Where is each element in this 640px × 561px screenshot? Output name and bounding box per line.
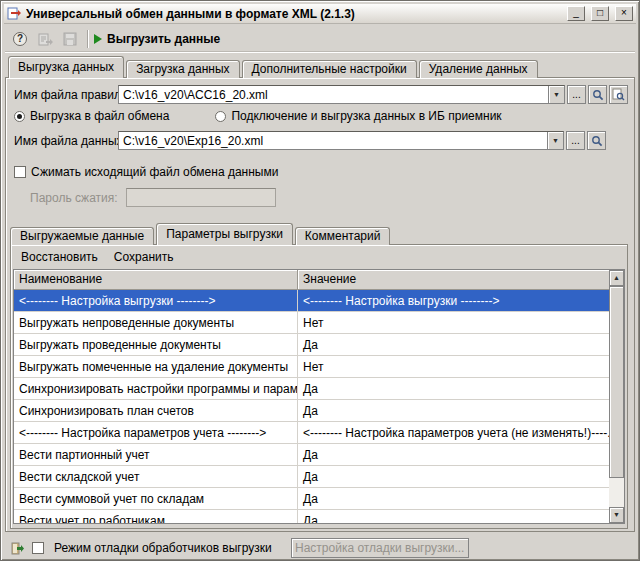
maximize-button[interactable]: □ (591, 6, 609, 21)
row-value[interactable]: Нет (298, 312, 609, 333)
play-icon (94, 34, 102, 44)
compress-label[interactable]: Сжимать исходящий файл обмена данными (31, 165, 278, 179)
header-name[interactable]: Наименование (14, 270, 298, 290)
tab-comment[interactable]: Комментарий (295, 227, 391, 245)
rules-file-search-button[interactable] (588, 85, 607, 104)
row-name[interactable]: Вести складской учет (14, 466, 298, 487)
data-file-label: Имя файла данных: (14, 134, 118, 148)
exchange-mode-row: Выгрузка в файл обмена Подключение и выг… (14, 109, 628, 123)
row-value[interactable]: Да (298, 444, 609, 465)
load-settings-button[interactable] (34, 29, 56, 50)
scroll-track[interactable] (609, 478, 624, 507)
password-label: Пароль сжатия: (30, 191, 118, 205)
table-row[interactable]: <-------- Настройка параметров учета ---… (14, 422, 609, 444)
row-name[interactable]: Вести учет по работникам (14, 510, 298, 524)
rules-file-dropdown-icon[interactable]: ▼ (548, 86, 564, 103)
main-tab-strip: Выгрузка данных Загрузка данных Дополнит… (5, 56, 635, 78)
save-button[interactable]: Сохранить (112, 249, 176, 265)
radio-export-to-file-label[interactable]: Выгрузка в файл обмена (30, 109, 169, 123)
parameters-table: Наименование Значение <-------- Настройк… (13, 269, 625, 524)
save-settings-button[interactable] (59, 29, 81, 50)
table-header: Наименование Значение (14, 270, 609, 290)
row-value[interactable]: Да (298, 510, 609, 524)
minimize-button[interactable]: _ (567, 6, 585, 21)
debug-settings-button[interactable]: Настройка отладки выгрузки... (291, 538, 469, 558)
tab-exported-data[interactable]: Выгружаемые данные (10, 227, 154, 245)
password-input (126, 188, 276, 207)
rules-file-value[interactable]: C:\v16_v20\ACC16_20.xml (119, 86, 548, 103)
table-body: <-------- Настройка выгрузки --------> <… (14, 290, 609, 524)
title-bar[interactable]: Универсальный обмен данными в формате XM… (4, 4, 636, 24)
password-row: Пароль сжатия: (30, 188, 628, 207)
table-row[interactable]: Выгружать проведенные документы Да (14, 334, 609, 356)
toolbar: ? Выгрузить данные (5, 27, 635, 52)
debug-mode-label[interactable]: Режим отладки обработчиков выгрузки (54, 541, 272, 555)
export-tab-panel: Имя файла правил: C:\v16_v20\ACC16_20.xm… (5, 77, 635, 532)
data-file-input[interactable]: C:\v16_v20\Exp16_20.xml ▼ (118, 131, 564, 150)
row-value[interactable]: Нет (298, 356, 609, 377)
export-data-button[interactable]: Выгрузить данные (94, 32, 220, 46)
row-name[interactable]: Выгружать проведенные документы (14, 334, 298, 355)
header-value[interactable]: Значение (298, 270, 609, 290)
rules-file-input[interactable]: C:\v16_v20\ACC16_20.xml ▼ (118, 85, 565, 104)
tab-import-data[interactable]: Загрузка данных (126, 60, 239, 78)
radio-export-to-ib-label[interactable]: Подключение и выгрузка данных в ИБ прием… (231, 109, 501, 123)
data-file-row: Имя файла данных: C:\v16_v20\Exp16_20.xm… (14, 131, 606, 150)
debug-mode-checkbox[interactable] (32, 542, 44, 554)
table-scrollbar[interactable]: ▲ ▼ (609, 269, 625, 524)
scroll-thumb[interactable] (609, 286, 624, 478)
help-button[interactable]: ? (9, 29, 31, 50)
row-name[interactable]: Выгружать непроведенные документы (14, 312, 298, 333)
table-row[interactable]: Вести суммовой учет по складам Да (14, 488, 609, 510)
help-icon: ? (13, 32, 27, 46)
row-name[interactable]: Вести партионный учет (14, 444, 298, 465)
restore-button[interactable]: Восстановить (19, 249, 100, 265)
tab-delete-data[interactable]: Удаление данных (419, 60, 538, 78)
scroll-down-icon[interactable]: ▼ (609, 507, 624, 523)
table-row[interactable]: Синхронизировать план счетов Да (14, 400, 609, 422)
rules-file-view-button[interactable] (609, 85, 628, 104)
data-file-dropdown-icon[interactable]: ▼ (547, 132, 563, 149)
row-value[interactable]: Да (298, 400, 609, 421)
row-value[interactable]: <-------- Настройка параметров учета (не… (298, 422, 609, 443)
rules-file-row: Имя файла правил: C:\v16_v20\ACC16_20.xm… (14, 85, 628, 104)
view-file-icon (612, 88, 625, 101)
data-file-value[interactable]: C:\v16_v20\Exp16_20.xml (119, 132, 547, 149)
table-row[interactable]: Вести учет по работникам Да (14, 510, 609, 524)
row-value[interactable]: Да (298, 466, 609, 487)
close-button[interactable]: × (615, 6, 633, 21)
radio-export-to-file[interactable] (14, 111, 25, 122)
compress-checkbox[interactable] (14, 166, 26, 178)
row-name[interactable]: <-------- Настройка параметров учета ---… (14, 422, 298, 443)
row-value[interactable]: Да (298, 378, 609, 399)
rules-file-browse-button[interactable]: ... (567, 85, 586, 104)
scroll-up-icon[interactable]: ▲ (609, 270, 624, 286)
row-name[interactable]: Выгружать помеченные на удаление докумен… (14, 356, 298, 377)
table-row[interactable]: Вести складской учет Да (14, 466, 609, 488)
row-name[interactable]: Вести суммовой учет по складам (14, 488, 298, 509)
table-row[interactable]: Выгружать помеченные на удаление докумен… (14, 356, 609, 378)
parameters-grid: Наименование Значение <-------- Настройк… (13, 269, 609, 524)
tab-export-data[interactable]: Выгрузка данных (8, 56, 124, 78)
row-value[interactable]: Да (298, 488, 609, 509)
tab-additional-settings[interactable]: Дополнительные настройки (242, 60, 417, 78)
exit-button[interactable] (7, 538, 27, 558)
table-row[interactable]: Синхронизировать настройки программы и п… (14, 378, 609, 400)
tab-export-parameters[interactable]: Параметры выгрузки (156, 223, 293, 245)
row-value[interactable]: <-------- Настройка выгрузки --------> (298, 290, 609, 311)
rules-file-label: Имя файла правил: (14, 88, 118, 102)
row-name[interactable]: <-------- Настройка выгрузки --------> (14, 290, 298, 311)
row-name[interactable]: Синхронизировать план счетов (14, 400, 298, 421)
data-file-browse-button[interactable]: ... (566, 131, 585, 150)
data-file-search-button[interactable] (587, 131, 606, 150)
row-value[interactable]: Да (298, 334, 609, 355)
radio-export-to-ib[interactable] (215, 111, 226, 122)
toolbar-separator (87, 30, 88, 48)
table-row[interactable]: Вести партионный учет Да (14, 444, 609, 466)
window-title: Универсальный обмен данными в формате XM… (26, 7, 561, 21)
row-name[interactable]: Синхронизировать настройки программы и п… (14, 378, 298, 399)
compress-row: Сжимать исходящий файл обмена данными (14, 165, 628, 179)
exit-icon (10, 541, 25, 556)
table-row[interactable]: Выгружать непроведенные документы Нет (14, 312, 609, 334)
table-row[interactable]: <-------- Настройка выгрузки --------> <… (14, 290, 609, 312)
